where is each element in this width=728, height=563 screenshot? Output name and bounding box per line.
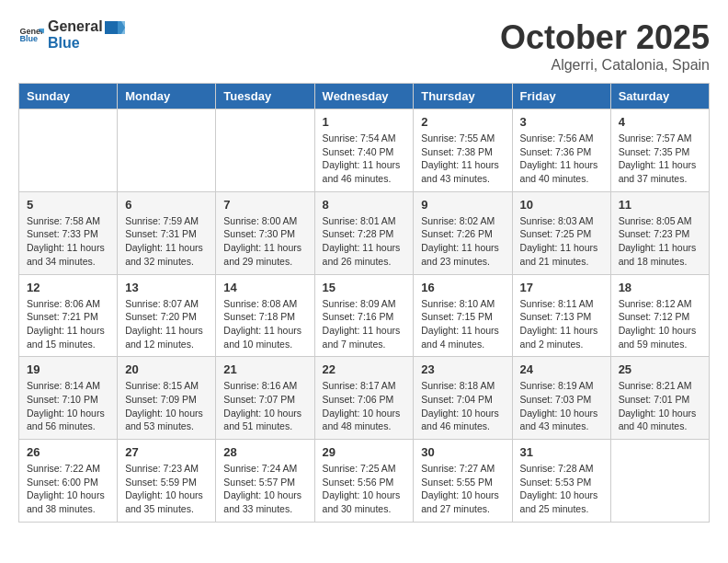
day-info: Sunrise: 7:57 AM Sunset: 7:35 PM Dayligh… [619,132,701,186]
calendar-cell: 13Sunrise: 8:07 AM Sunset: 7:20 PM Dayli… [118,274,216,357]
day-number: 8 [323,198,406,212]
day-info: Sunrise: 8:02 AM Sunset: 7:26 PM Dayligh… [421,214,504,269]
day-number: 5 [27,198,109,212]
calendar-cell: 12Sunrise: 8:06 AM Sunset: 7:21 PM Dayli… [19,274,118,357]
day-info: Sunrise: 8:10 AM Sunset: 7:15 PM Dayligh… [421,297,504,351]
calendar-cell: 11Sunrise: 8:05 AM Sunset: 7:23 PM Dayli… [610,191,709,274]
header-thursday: Thursday [414,84,512,109]
day-info: Sunrise: 8:17 AM Sunset: 7:06 PM Dayligh… [323,379,406,433]
calendar-cell [610,440,709,523]
day-number: 6 [125,198,208,212]
calendar-cell: 6Sunrise: 7:59 AM Sunset: 7:31 PM Daylig… [118,191,216,274]
calendar-cell [118,109,216,192]
day-info: Sunrise: 8:05 AM Sunset: 7:23 PM Dayligh… [619,214,701,269]
header-monday: Monday [118,84,216,109]
calendar-cell: 20Sunrise: 8:15 AM Sunset: 7:09 PM Dayli… [118,357,216,440]
day-info: Sunrise: 8:00 AM Sunset: 7:30 PM Dayligh… [223,214,306,269]
day-info: Sunrise: 8:07 AM Sunset: 7:20 PM Dayligh… [125,297,208,351]
day-number: 26 [27,445,109,459]
day-number: 12 [27,281,109,294]
calendar-cell: 22Sunrise: 8:17 AM Sunset: 7:06 PM Dayli… [314,357,414,440]
day-number: 9 [421,198,504,212]
day-number: 13 [125,281,208,294]
day-info: Sunrise: 8:11 AM Sunset: 7:13 PM Dayligh… [520,297,603,351]
calendar-cell: 31Sunrise: 7:28 AM Sunset: 5:53 PM Dayli… [512,440,610,523]
day-info: Sunrise: 7:59 AM Sunset: 7:31 PM Dayligh… [125,214,208,269]
day-number: 25 [619,362,701,376]
day-info: Sunrise: 7:23 AM Sunset: 5:59 PM Dayligh… [125,462,208,516]
calendar-header-row: Sunday Monday Tuesday Wednesday Thursday… [19,84,710,109]
calendar-week-row-3: 12Sunrise: 8:06 AM Sunset: 7:21 PM Dayli… [19,274,710,357]
calendar-title-area: October 2025 Algerri, Catalonia, Spain [500,18,710,74]
header-wednesday: Wednesday [314,84,414,109]
calendar-cell: 16Sunrise: 8:10 AM Sunset: 7:15 PM Dayli… [414,274,512,357]
day-info: Sunrise: 7:28 AM Sunset: 5:53 PM Dayligh… [520,462,603,516]
calendar-cell: 21Sunrise: 8:16 AM Sunset: 7:07 PM Dayli… [216,357,314,440]
day-number: 14 [223,281,306,294]
day-info: Sunrise: 7:58 AM Sunset: 7:33 PM Dayligh… [27,214,109,269]
calendar-cell: 14Sunrise: 8:08 AM Sunset: 7:18 PM Dayli… [216,274,314,357]
calendar-cell: 8Sunrise: 8:01 AM Sunset: 7:28 PM Daylig… [314,191,414,274]
day-number: 29 [323,445,406,459]
day-info: Sunrise: 7:54 AM Sunset: 7:40 PM Dayligh… [323,132,406,186]
day-info: Sunrise: 7:55 AM Sunset: 7:38 PM Dayligh… [421,132,504,186]
calendar-cell: 3Sunrise: 7:56 AM Sunset: 7:36 PM Daylig… [512,109,610,192]
calendar-cell: 26Sunrise: 7:22 AM Sunset: 6:00 PM Dayli… [19,440,118,523]
day-number: 28 [223,445,306,459]
page-header: General Blue General Blue October 2025 A… [18,18,710,74]
calendar-cell: 15Sunrise: 8:09 AM Sunset: 7:16 PM Dayli… [314,274,414,357]
day-info: Sunrise: 8:01 AM Sunset: 7:28 PM Dayligh… [323,214,406,269]
day-number: 16 [421,281,504,294]
calendar-cell: 9Sunrise: 8:02 AM Sunset: 7:26 PM Daylig… [414,191,512,274]
day-info: Sunrise: 8:15 AM Sunset: 7:09 PM Dayligh… [125,379,208,433]
calendar-week-row-1: 1Sunrise: 7:54 AM Sunset: 7:40 PM Daylig… [19,109,710,192]
day-info: Sunrise: 7:24 AM Sunset: 5:57 PM Dayligh… [223,462,306,516]
day-number: 1 [323,115,406,129]
day-info: Sunrise: 8:06 AM Sunset: 7:21 PM Dayligh… [27,297,109,351]
day-number: 17 [520,281,603,294]
calendar-cell: 28Sunrise: 7:24 AM Sunset: 5:57 PM Dayli… [216,440,314,523]
day-number: 7 [223,198,306,212]
svg-text:Blue: Blue [19,34,38,43]
calendar-cell: 25Sunrise: 8:21 AM Sunset: 7:01 PM Dayli… [610,357,709,440]
calendar-cell: 10Sunrise: 8:03 AM Sunset: 7:25 PM Dayli… [512,191,610,274]
logo-blue-text: Blue [48,35,127,52]
day-number: 21 [223,362,306,376]
calendar-cell: 1Sunrise: 7:54 AM Sunset: 7:40 PM Daylig… [314,109,414,192]
header-sunday: Sunday [19,84,118,109]
day-info: Sunrise: 8:21 AM Sunset: 7:01 PM Dayligh… [619,379,701,433]
calendar-cell: 29Sunrise: 7:25 AM Sunset: 5:56 PM Dayli… [314,440,414,523]
day-info: Sunrise: 7:27 AM Sunset: 5:55 PM Dayligh… [421,462,504,516]
logo: General Blue General Blue [18,18,127,52]
day-info: Sunrise: 8:09 AM Sunset: 7:16 PM Dayligh… [323,297,406,351]
calendar-cell: 2Sunrise: 7:55 AM Sunset: 7:38 PM Daylig… [414,109,512,192]
day-number: 11 [619,198,701,212]
calendar-cell [19,109,118,192]
logo-arrow-icon [105,21,125,34]
month-title: October 2025 [500,18,710,57]
day-info: Sunrise: 7:25 AM Sunset: 5:56 PM Dayligh… [323,462,406,516]
calendar-cell [216,109,314,192]
day-number: 23 [421,362,504,376]
header-saturday: Saturday [610,84,709,109]
day-info: Sunrise: 7:56 AM Sunset: 7:36 PM Dayligh… [520,132,603,186]
calendar-cell: 5Sunrise: 7:58 AM Sunset: 7:33 PM Daylig… [19,191,118,274]
day-info: Sunrise: 8:03 AM Sunset: 7:25 PM Dayligh… [520,214,603,269]
day-number: 2 [421,115,504,129]
day-info: Sunrise: 8:08 AM Sunset: 7:18 PM Dayligh… [223,297,306,351]
calendar-cell: 7Sunrise: 8:00 AM Sunset: 7:30 PM Daylig… [216,191,314,274]
day-number: 19 [27,362,109,376]
day-info: Sunrise: 7:22 AM Sunset: 6:00 PM Dayligh… [27,462,109,516]
day-info: Sunrise: 8:16 AM Sunset: 7:07 PM Dayligh… [223,379,306,433]
logo-text: General [48,18,127,35]
location-title: Algerri, Catalonia, Spain [500,57,710,74]
header-tuesday: Tuesday [216,84,314,109]
calendar-cell: 18Sunrise: 8:12 AM Sunset: 7:12 PM Dayli… [610,274,709,357]
calendar-cell: 30Sunrise: 7:27 AM Sunset: 5:55 PM Dayli… [414,440,512,523]
calendar-table: Sunday Monday Tuesday Wednesday Thursday… [18,83,710,523]
day-number: 30 [421,445,504,459]
calendar-week-row-5: 26Sunrise: 7:22 AM Sunset: 6:00 PM Dayli… [19,440,710,523]
calendar-cell: 23Sunrise: 8:18 AM Sunset: 7:04 PM Dayli… [414,357,512,440]
calendar-cell: 24Sunrise: 8:19 AM Sunset: 7:03 PM Dayli… [512,357,610,440]
calendar-cell: 19Sunrise: 8:14 AM Sunset: 7:10 PM Dayli… [19,357,118,440]
